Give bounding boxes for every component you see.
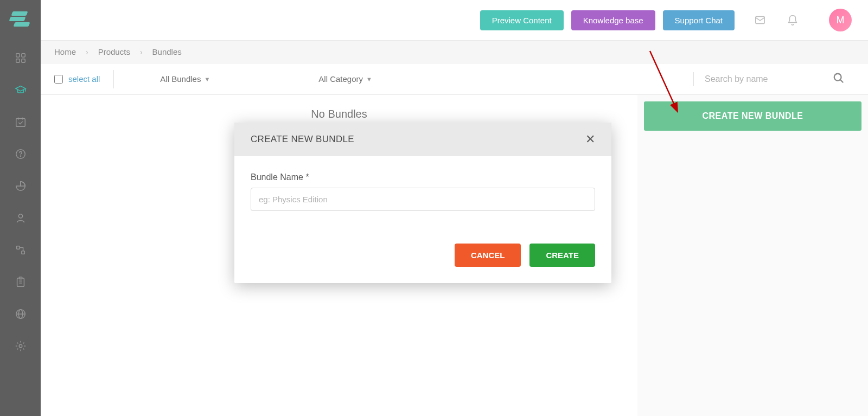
close-icon[interactable]: ✕: [585, 132, 595, 146]
all-category-dropdown[interactable]: All Category ▼: [286, 74, 405, 84]
breadcrumb-products[interactable]: Products: [98, 47, 130, 56]
calendar-icon[interactable]: [14, 116, 27, 129]
caret-down-icon: ▼: [204, 76, 210, 82]
knowledge-base-button[interactable]: Knowledge base: [571, 10, 655, 30]
svg-rect-3: [21, 59, 24, 62]
modal-body: Bundle Name *: [234, 156, 611, 227]
svg-point-20: [19, 344, 22, 348]
empty-state-text: No Bundles: [41, 95, 637, 120]
create-new-bundle-button[interactable]: CREATE NEW BUNDLE: [644, 101, 861, 131]
sidebar-nav: [0, 52, 41, 353]
user-icon[interactable]: [14, 212, 27, 225]
create-button[interactable]: CREATE: [529, 244, 595, 267]
dashboard-icon[interactable]: [14, 52, 27, 65]
topbar: Preview Content Knowledge base Support C…: [41, 0, 868, 41]
right-panel: CREATE NEW BUNDLE: [637, 95, 868, 416]
search-icon[interactable]: [833, 72, 845, 86]
bundle-name-input[interactable]: [251, 188, 595, 211]
avatar[interactable]: M: [829, 9, 852, 31]
bell-icon[interactable]: [786, 13, 800, 27]
create-bundle-modal: CREATE NEW BUNDLE ✕ Bundle Name * CANCEL…: [234, 123, 611, 283]
chevron-right-icon: ›: [140, 48, 143, 56]
filter-bar: select all All Bundles ▼ All Category ▼: [41, 63, 868, 95]
search-wrap: [693, 72, 854, 86]
svg-rect-21: [756, 17, 765, 24]
dropdown-label: All Category: [318, 74, 363, 84]
breadcrumb-home[interactable]: Home: [54, 47, 76, 56]
caret-down-icon: ▼: [366, 76, 372, 82]
workflow-icon[interactable]: [14, 244, 27, 257]
breadcrumb: Home › Products › Bundles: [41, 41, 868, 63]
svg-rect-5: [16, 119, 25, 127]
svg-rect-0: [16, 54, 19, 57]
help-icon[interactable]: [14, 148, 27, 161]
bundle-name-label: Bundle Name *: [251, 172, 595, 182]
clipboard-icon[interactable]: [14, 276, 27, 289]
select-all-label: select all: [68, 74, 100, 84]
select-all[interactable]: select all: [54, 74, 100, 84]
settings-icon[interactable]: [14, 340, 27, 353]
search-input[interactable]: [705, 74, 824, 84]
modal-footer: CANCEL CREATE: [234, 244, 611, 283]
modal-header: CREATE NEW BUNDLE ✕: [234, 123, 611, 156]
select-all-checkbox[interactable]: [54, 75, 63, 84]
svg-point-22: [834, 73, 841, 80]
mail-icon[interactable]: [753, 13, 767, 27]
brand-logo-icon: [10, 8, 31, 30]
svg-point-10: [18, 214, 22, 218]
svg-rect-12: [21, 251, 24, 254]
preview-content-button[interactable]: Preview Content: [480, 10, 564, 30]
svg-point-9: [20, 156, 21, 156]
support-chat-button[interactable]: Support Chat: [663, 10, 735, 30]
modal-title: CREATE NEW BUNDLE: [251, 134, 354, 145]
all-bundles-dropdown[interactable]: All Bundles ▼: [127, 74, 242, 84]
breadcrumb-bundles[interactable]: Bundles: [152, 47, 182, 56]
sidebar: [0, 0, 41, 416]
chevron-right-icon: ›: [86, 48, 88, 56]
cancel-button[interactable]: CANCEL: [455, 244, 521, 267]
education-icon[interactable]: [14, 84, 27, 97]
globe-icon[interactable]: [14, 308, 27, 321]
svg-rect-2: [16, 59, 19, 62]
svg-line-23: [840, 79, 844, 82]
svg-rect-1: [21, 54, 24, 57]
dropdown-label: All Bundles: [160, 74, 201, 84]
svg-rect-11: [16, 246, 20, 249]
chart-icon[interactable]: [14, 180, 27, 193]
divider: [113, 70, 114, 88]
